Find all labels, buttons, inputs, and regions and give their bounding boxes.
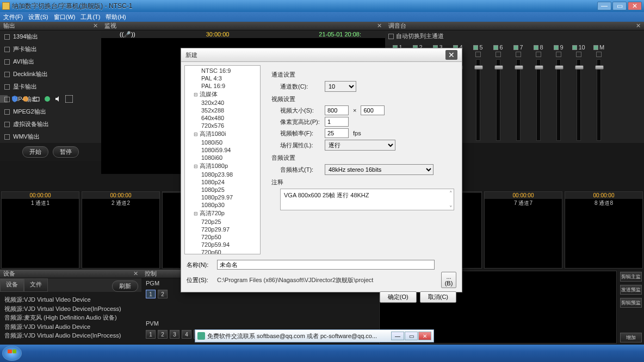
channel-solo-button[interactable] (556, 52, 561, 57)
channels-select[interactable]: 10 (325, 81, 356, 92)
device-list-item[interactable]: 视频源:VJD Virtual Video Device (4, 295, 137, 304)
tree-node[interactable]: 720p25 (185, 218, 260, 226)
side-btn-2[interactable]: 发送预监 (620, 285, 642, 295)
channel-enable-checkbox[interactable] (473, 45, 478, 50)
format-tree[interactable]: NTSC 16:9PAL 4:3PAL 16:9流媒体320x240352x28… (184, 65, 261, 254)
spin-up-icon[interactable]: ˄ (449, 190, 453, 197)
tree-node[interactable]: 1080p30 (185, 201, 260, 209)
channel-enable-checkbox[interactable] (593, 45, 598, 50)
channel-solo-button[interactable] (496, 52, 501, 57)
dialog-close-button[interactable]: ✕ (445, 50, 457, 60)
popup-maximize-button[interactable]: ▭ (405, 332, 418, 340)
tree-node[interactable]: 1080i60 (185, 154, 260, 161)
output-checkbox[interactable] (4, 34, 10, 40)
tree-node[interactable]: 720p60 (185, 248, 260, 254)
channel-fader[interactable] (496, 59, 500, 141)
output-checkbox[interactable] (4, 72, 10, 77)
side-btn-3[interactable]: 剪辑预监 (620, 298, 642, 308)
output-item[interactable]: 1394输出 (0, 30, 101, 43)
browse-button[interactable]: ...(B) (441, 272, 456, 288)
fader-knob[interactable] (535, 65, 543, 70)
output-panel-close-icon[interactable]: ✕ (93, 22, 98, 29)
monitor-panel-close-icon[interactable]: ✕ (377, 22, 382, 29)
channel-preview[interactable]: 00:00:001 通道1 (1, 191, 79, 269)
tree-node[interactable]: PAL 4:3 (185, 74, 260, 82)
tree-node[interactable]: 720p50 (185, 233, 260, 241)
close-button[interactable]: ✕ (628, 2, 642, 10)
output-item[interactable]: Decklink输出 (0, 68, 101, 80)
popup-close-button[interactable]: ✕ (418, 332, 431, 340)
menu-settings[interactable]: 设置(S) (28, 13, 48, 21)
tray-lang-icon[interactable] (65, 95, 73, 103)
tree-node[interactable]: 流媒体 (185, 90, 260, 99)
output-checkbox[interactable] (4, 84, 10, 90)
tree-node[interactable]: 720p29.97 (185, 226, 260, 233)
field-select[interactable]: 逐行 (325, 140, 395, 151)
pause-button[interactable]: 暂停 (53, 146, 79, 158)
fader-knob[interactable] (494, 65, 503, 70)
pvm-button[interactable]: 3 (170, 330, 179, 339)
start-button[interactable]: 开始 (22, 146, 48, 158)
mixer-panel-close-icon[interactable]: ✕ (636, 22, 641, 29)
fps-input[interactable] (325, 128, 349, 138)
device-panel-close-icon[interactable]: ✕ (133, 270, 138, 277)
menu-tools[interactable]: 工具(T) (81, 13, 100, 21)
maximize-button[interactable]: ▭ (612, 2, 627, 10)
channel-fader[interactable] (476, 59, 480, 141)
channel-preview[interactable]: 00:00:002 通道2 (82, 191, 160, 269)
fader-knob[interactable] (555, 65, 564, 70)
output-checkbox[interactable] (4, 59, 10, 65)
start-button[interactable] (2, 346, 22, 361)
tray-info-icon[interactable] (44, 95, 51, 103)
tree-node[interactable]: 1080p25 (185, 186, 260, 194)
channel-solo-button[interactable] (596, 52, 602, 57)
video-width-input[interactable] (325, 105, 349, 115)
pgm-button[interactable]: 1 (146, 290, 156, 298)
device-list-item[interactable]: 音频源:VJD Virtual Audio Device(InProcess) (4, 331, 137, 340)
fader-knob[interactable] (595, 65, 604, 70)
channel-solo-button[interactable] (536, 52, 541, 57)
output-item[interactable]: AVI输出 (0, 55, 101, 68)
fader-knob[interactable] (515, 65, 523, 70)
tree-node[interactable]: 1080p24 (185, 178, 260, 186)
tree-node[interactable]: 高清720p (185, 209, 260, 218)
menu-file[interactable]: 文件(F) (3, 13, 23, 21)
tree-node[interactable]: 720p59.94 (185, 241, 260, 248)
tree-node[interactable]: 320x240 (185, 99, 260, 107)
audiofmt-select[interactable]: 48kHz stereo 16bits (325, 164, 434, 175)
auto-switch-checkbox[interactable] (388, 34, 394, 39)
channel-preview[interactable]: 00:00:007 通道7 (484, 191, 562, 269)
tray-volume-icon[interactable] (54, 95, 62, 103)
tree-node[interactable]: 1080i59.94 (185, 146, 260, 154)
channel-solo-button[interactable] (475, 52, 481, 57)
channel-preview[interactable]: 00:00:008 通道8 (565, 191, 643, 269)
channel-enable-checkbox[interactable] (572, 45, 577, 50)
output-item[interactable]: 声卡输出 (0, 43, 101, 55)
tray-network-icon[interactable] (33, 95, 40, 103)
refresh-button[interactable]: 刷新 (112, 280, 138, 292)
name-input[interactable] (217, 260, 435, 270)
tree-node[interactable]: 高清1080p (185, 161, 260, 171)
pvm-button[interactable]: 4 (182, 330, 191, 339)
tree-node[interactable]: 1080p29.97 (185, 194, 260, 201)
channel-fader[interactable] (516, 59, 521, 141)
pvm-button[interactable]: 1 (146, 330, 156, 339)
menu-window[interactable]: 窗口(W) (54, 13, 76, 21)
channel-enable-checkbox[interactable] (534, 45, 538, 50)
channel-fader[interactable] (556, 59, 561, 141)
output-checkbox[interactable] (4, 134, 10, 140)
tab-devices[interactable]: 设备 (0, 278, 24, 292)
channel-enable-checkbox[interactable] (554, 45, 559, 50)
channel-fader[interactable] (577, 59, 581, 141)
fader-knob[interactable] (474, 65, 483, 70)
tray-flag-icon[interactable] (0, 95, 8, 103)
pgm-button[interactable]: 2 (158, 290, 168, 298)
popup-window[interactable]: 免费软件交流联系 softbase@qq.com 或者 pc-software@… (195, 329, 434, 342)
output-checkbox[interactable] (4, 109, 10, 115)
tree-node[interactable]: 720x576 (185, 122, 260, 129)
tree-node[interactable]: PAL 16:9 (185, 82, 260, 90)
device-list-item[interactable]: 音频源:VJD Virtual Audio Device (4, 322, 137, 332)
ok-button[interactable]: 确定(O) (380, 291, 417, 303)
channel-fader[interactable] (597, 59, 601, 141)
popup-minimize-button[interactable]: — (391, 332, 404, 340)
